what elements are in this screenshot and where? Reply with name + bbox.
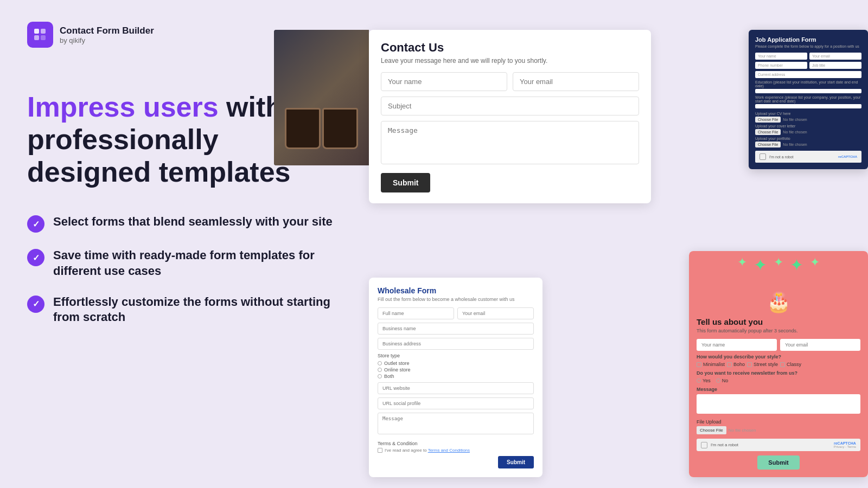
popup-check-street-label: Street style — [754, 362, 778, 367]
ws-fullname-input[interactable] — [378, 307, 454, 319]
sparkle-icon-5: ✦ — [810, 255, 820, 274]
popup-upload-row: Choose File No file chosen — [697, 426, 860, 434]
job-phone-field: Phone number — [755, 62, 807, 69]
contact-subject-input[interactable] — [381, 97, 639, 115]
ws-message-input[interactable] — [378, 413, 534, 434]
popup-name-input[interactable] — [697, 339, 777, 351]
ws-email-input[interactable] — [457, 307, 534, 319]
ws-radio-outlet-btn[interactable] — [378, 361, 382, 365]
popup-style-group: Minimalist Boho Street style Classy — [697, 362, 860, 367]
ws-url-input[interactable] — [378, 382, 534, 394]
popup-check-minimalist-box[interactable] — [697, 362, 701, 367]
job-work-label: Work experience (please list your compan… — [755, 95, 861, 103]
job-card-title: Job Application Form — [755, 36, 861, 43]
popup-style-label: How would you describe your style? — [697, 354, 860, 359]
job-cv-choose-button[interactable]: Choose File — [755, 117, 781, 123]
popup-check-boho-box[interactable] — [727, 362, 732, 367]
logo-title: Contact Form Builder — [60, 25, 154, 36]
job-education-field — [755, 89, 861, 93]
popup-message-label: Message — [697, 387, 860, 392]
popup-captcha-checkbox[interactable] — [701, 442, 707, 448]
job-captcha-text: I'm not a robot — [769, 155, 835, 159]
contact-form-body: Contact Us Leave your message here and w… — [369, 30, 651, 203]
popup-sparkle-group: ✦ ✦ ✦ ✦ ✦ — [737, 255, 820, 274]
right-panel: Contact Us Leave your message here and w… — [369, 0, 868, 488]
job-cover-file-text: No file chosen — [783, 130, 807, 134]
popup-form-title: Tell us about you — [697, 317, 860, 326]
job-cv-upload: Upload your CV here Choose File No file … — [755, 112, 861, 123]
contact-email-input[interactable] — [513, 72, 639, 91]
popup-submit-button[interactable]: Submit — [757, 455, 799, 470]
popup-message-input[interactable] — [697, 394, 860, 414]
features-list: Select forms that blend seamlessly with … — [27, 214, 342, 325]
svg-rect-1 — [41, 29, 46, 34]
coffee-illustration — [274, 30, 369, 165]
ws-radio-both-btn[interactable] — [378, 374, 382, 378]
job-captcha-checkbox[interactable] — [760, 153, 766, 160]
popup-name-email-row — [697, 339, 860, 351]
popup-radio-no-btn[interactable] — [716, 378, 720, 383]
popup-check-minimalist[interactable]: Minimalist — [697, 362, 725, 367]
popup-check-classy[interactable]: Classy — [780, 362, 801, 367]
checkmark-icon-1 — [27, 215, 44, 233]
popup-radio-no-label: No — [722, 378, 729, 383]
popup-captcha-text: I'm not a robot — [711, 442, 831, 447]
job-address-row: Current address — [755, 71, 861, 78]
job-phone-job-row: Phone number Job title — [755, 62, 861, 69]
popup-check-street-box[interactable] — [747, 362, 752, 367]
ws-social-input[interactable] — [378, 397, 534, 409]
job-recaptcha-logo: reCAPTCHA — [838, 155, 857, 158]
popup-email-input[interactable] — [780, 339, 860, 351]
popup-check-classy-box[interactable] — [780, 362, 785, 367]
wholesale-title: Wholesale Form — [378, 286, 534, 295]
popup-radio-no[interactable]: No — [716, 378, 729, 383]
job-cover-choose-button[interactable]: Choose File — [755, 129, 781, 135]
contact-message-input[interactable] — [381, 121, 639, 164]
ws-business-input[interactable] — [378, 323, 534, 335]
job-cv-label: Upload your CV here — [755, 112, 861, 115]
popup-radio-yes-btn[interactable] — [697, 378, 701, 383]
ws-radio-online-btn[interactable] — [378, 368, 382, 372]
wholesale-card: Wholesale Form Fill out the form below t… — [369, 278, 542, 477]
ws-terms-link[interactable]: Terms and Conditions — [428, 448, 470, 453]
popup-check-boho-label: Boho — [733, 362, 745, 367]
popup-check-street[interactable]: Street style — [747, 362, 778, 367]
ws-address-input[interactable] — [378, 338, 534, 350]
job-portfolio-label: Upload your portfolio — [755, 137, 861, 140]
ws-terms-checkbox[interactable] — [378, 448, 382, 453]
feature-item-1: Select forms that blend seamlessly with … — [27, 214, 342, 233]
contact-submit-button[interactable]: Submit — [381, 173, 430, 192]
ws-radio-outlet-label: Outlet store — [384, 361, 410, 366]
popup-newsletter-label: Do you want to receive newsletter from u… — [697, 370, 860, 376]
job-portfolio-choose-button[interactable]: Choose File — [755, 142, 781, 147]
job-email-field: Your email — [809, 53, 861, 60]
popup-check-boho[interactable]: Boho — [727, 362, 745, 367]
job-name-email-row: Your name Your email — [755, 53, 861, 60]
popup-cake-decoration: 🎂 — [689, 291, 868, 313]
feature-item-3: Effortlessly customize the forms without… — [27, 294, 342, 325]
ws-radio-online[interactable]: Online store — [378, 367, 534, 373]
job-cover-label: Upload your cover letter — [755, 124, 861, 128]
ws-radio-outlet[interactable]: Outlet store — [378, 361, 534, 366]
headline-highlight: Impress users — [27, 91, 219, 123]
job-work-field — [755, 104, 861, 108]
contact-name-email-row — [381, 72, 639, 91]
ws-radio-online-label: Online store — [384, 367, 411, 373]
popup-radio-yes[interactable]: Yes — [697, 378, 711, 383]
job-application-card: Job Application Form Please complete the… — [749, 30, 868, 169]
popup-top-decoration: ✦ ✦ ✦ ✦ ✦ 🎂 — [689, 251, 868, 311]
ws-submit-button[interactable]: Submit — [498, 456, 534, 468]
job-title-field: Job title — [809, 62, 861, 69]
popup-choose-file-button[interactable]: Choose File — [697, 426, 726, 434]
contact-us-card: Contact Us Leave your message here and w… — [369, 30, 651, 203]
contact-card-image — [274, 30, 369, 165]
ws-radio-both[interactable]: Both — [378, 374, 534, 379]
popup-card: ✦ ✦ ✦ ✦ ✦ 🎂 Tell us about you This form … — [689, 251, 868, 477]
sparkle-icon-3: ✦ — [774, 255, 783, 274]
contact-card-wrapper: Contact Us Leave your message here and w… — [369, 30, 651, 203]
popup-form-subtitle: This form automatically popup after 3 se… — [697, 328, 860, 333]
app-logo-icon — [27, 22, 53, 48]
ws-store-type-group: Outlet store Online store Both — [378, 361, 534, 379]
popup-upload-label: File Upload — [697, 419, 860, 425]
contact-name-input[interactable] — [381, 72, 507, 91]
